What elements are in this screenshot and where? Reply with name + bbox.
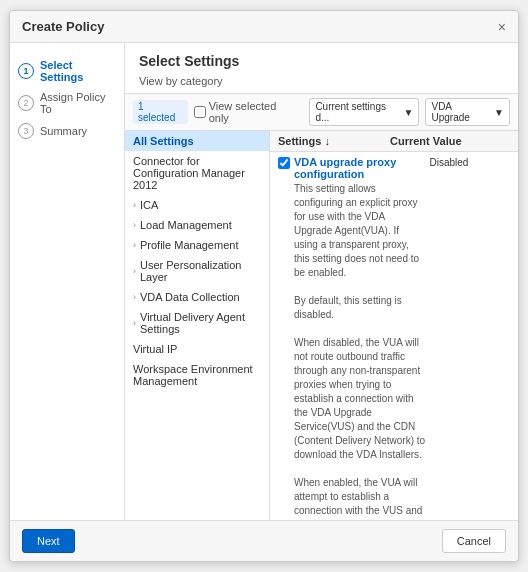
sidebar-item-assign-policy-to[interactable]: 2 Assign Policy To: [18, 87, 116, 119]
setting-description: This setting allows configuring an expli…: [294, 182, 425, 520]
step-3-label: Summary: [40, 125, 87, 137]
view-selected-only-label: View selected only: [194, 100, 298, 124]
main-title: Select Settings: [139, 53, 504, 69]
load-management-chevron-icon: ›: [133, 220, 136, 230]
step-2-circle: 2: [18, 95, 34, 111]
create-policy-modal: Create Policy × 1 Select Settings 2 Assi…: [9, 10, 519, 562]
setting-name: VDA upgrade proxy configuration: [294, 156, 425, 180]
toolbar: View by category: [139, 75, 504, 87]
category-vda-data-collection[interactable]: › VDA Data Collection: [125, 287, 269, 307]
user-personalization-chevron-icon: ›: [133, 266, 136, 276]
next-button[interactable]: Next: [22, 529, 75, 553]
category-virtual-ip[interactable]: Virtual IP: [125, 339, 269, 359]
category-ica[interactable]: › ICA: [125, 195, 269, 215]
current-value-col-header: Current Value: [390, 135, 510, 147]
category-user-personalization[interactable]: › User Personalization Layer: [125, 255, 269, 287]
sidebar-item-summary[interactable]: 3 Summary: [18, 119, 116, 143]
profile-management-chevron-icon: ›: [133, 240, 136, 250]
vda-upgrade-dropdown[interactable]: VDA Upgrade ▼: [425, 98, 510, 126]
vda-upgrade-label: VDA Upgrade: [431, 101, 491, 123]
settings-table-header: Settings ↓ Current Value: [270, 131, 518, 152]
category-profile-management[interactable]: › Profile Management: [125, 235, 269, 255]
cancel-button[interactable]: Cancel: [442, 529, 506, 553]
category-all-settings[interactable]: All Settings: [125, 131, 269, 151]
current-settings-label: Current settings d...: [315, 101, 400, 123]
setting-checkbox-area: [278, 156, 290, 169]
setting-current-value: Disabled: [429, 156, 518, 168]
category-load-management[interactable]: › Load Management: [125, 215, 269, 235]
sidebar: 1 Select Settings 2 Assign Policy To 3 S…: [10, 43, 125, 520]
settings-col-header: Settings ↓: [278, 135, 390, 147]
current-settings-dropdown[interactable]: Current settings d... ▼: [309, 98, 419, 126]
view-by-category-label: View by category: [139, 75, 223, 87]
settings-pane: Settings ↓ Current Value VDA upgrade pro…: [270, 131, 518, 520]
step-1-label: Select Settings: [40, 59, 116, 83]
vda-data-collection-chevron-icon: ›: [133, 292, 136, 302]
view-selected-only-text: View selected only: [209, 100, 298, 124]
virtual-delivery-chevron-icon: ›: [133, 318, 136, 328]
ica-chevron-icon: ›: [133, 200, 136, 210]
modal-footer: Next Cancel: [10, 520, 518, 561]
step-1-circle: 1: [18, 63, 34, 79]
split-pane: All Settings Connector for Configuration…: [125, 131, 518, 520]
main-content: Select Settings View by category 1 selec…: [125, 43, 518, 520]
modal-title: Create Policy: [22, 19, 104, 34]
view-selected-only-checkbox[interactable]: [194, 106, 206, 118]
settings-selected-badge: 1 selected: [133, 100, 188, 124]
step-2-label: Assign Policy To: [40, 91, 116, 115]
close-icon[interactable]: ×: [498, 20, 506, 34]
modal-body: 1 Select Settings 2 Assign Policy To 3 S…: [10, 43, 518, 520]
sidebar-item-select-settings[interactable]: 1 Select Settings: [18, 55, 116, 87]
category-virtual-delivery[interactable]: › Virtual Delivery Agent Settings: [125, 307, 269, 339]
category-connector[interactable]: Connector for Configuration Manager 2012: [125, 151, 269, 195]
table-row: VDA upgrade proxy configuration This set…: [270, 152, 518, 520]
modal-header: Create Policy ×: [10, 11, 518, 43]
dropdown2-chevron-icon: ▼: [494, 107, 504, 118]
setting-checkbox[interactable]: [278, 157, 290, 169]
category-workspace-env[interactable]: Workspace Environment Management: [125, 359, 269, 391]
setting-content: VDA upgrade proxy configuration This set…: [294, 156, 425, 520]
category-list: All Settings Connector for Configuration…: [125, 131, 270, 520]
main-header: Select Settings View by category: [125, 43, 518, 94]
dropdown1-chevron-icon: ▼: [404, 107, 414, 118]
step-3-circle: 3: [18, 123, 34, 139]
settings-toolbar: 1 selected View selected only Current se…: [125, 94, 518, 131]
